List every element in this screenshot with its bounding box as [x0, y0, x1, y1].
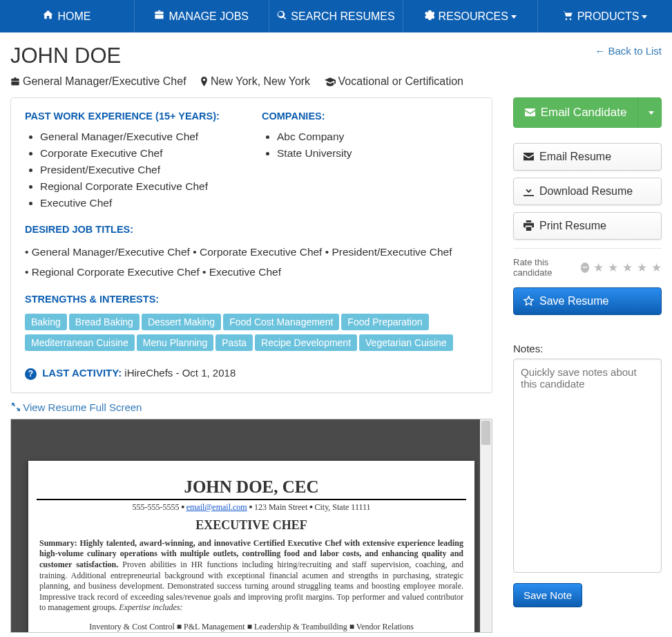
search-icon: [277, 10, 287, 20]
candidate-title: General Manager/Executive Chef: [10, 75, 186, 88]
star-outline-icon: [524, 296, 534, 306]
pwe-item: Corporate Executive Chef: [40, 145, 241, 162]
save-resume-button[interactable]: Save Resume: [513, 287, 662, 315]
nav-manage-jobs[interactable]: MANAGE JOBS: [135, 0, 269, 32]
nav-resources[interactable]: RESOURCES: [403, 0, 538, 32]
nav-home[interactable]: HOME: [0, 0, 135, 32]
company-item: Abc Company: [277, 129, 478, 145]
cart-icon: [563, 10, 573, 20]
doc-expertise: Inventory & Cost Control ■ P&L Managemen…: [37, 620, 466, 633]
doc-name: JOHN DOE, CEC: [37, 477, 466, 497]
email-candidate-dropdown[interactable]: [637, 98, 661, 127]
pwe-heading: PAST WORK EXPERIENCE (15+ YEARS):: [25, 111, 241, 122]
candidate-location: New York, New York: [200, 75, 310, 88]
tag[interactable]: Mediterranean Cuisine: [25, 334, 135, 351]
doc-contact: 555-555-5555■email@email.com■123 Main St…: [37, 502, 466, 513]
email-resume-button[interactable]: Email Resume: [513, 143, 662, 171]
print-icon: [524, 220, 534, 231]
tag[interactable]: Recipe Development: [255, 334, 357, 351]
rate-candidate: Rate this candidate − ★★★★★: [513, 257, 662, 278]
tags-container: BakingBread BakingDessert MakingFood Cos…: [25, 312, 478, 353]
doc-summary: Summary: Highly talented, award-winning,…: [37, 538, 466, 614]
envelope-icon: [524, 151, 534, 162]
nav-products[interactable]: PRODUCTS: [538, 0, 672, 32]
main-navbar: HOME MANAGE JOBS SEARCH RESUMES RESOURCE…: [0, 0, 672, 32]
tag[interactable]: Food Cost Management: [223, 314, 339, 330]
tag[interactable]: Vegetarian Cuisine: [359, 334, 453, 351]
nav-search-resumes[interactable]: SEARCH RESUMES: [269, 0, 404, 32]
grad-cap-icon: [325, 77, 336, 86]
companies-heading: COMPANIES:: [262, 111, 478, 122]
caret-icon: [642, 15, 647, 19]
star-5[interactable]: ★: [651, 260, 662, 275]
briefcase-icon: [10, 77, 20, 86]
tag[interactable]: Food Preparation: [341, 314, 428, 330]
save-note-button[interactable]: Save Note: [513, 583, 582, 607]
print-resume-button[interactable]: Print Resume: [513, 212, 662, 240]
rate-label: Rate this candidate: [513, 257, 577, 278]
candidate-education: Vocational or Certification: [325, 75, 463, 88]
expand-icon: [12, 403, 20, 411]
pwe-item: Regional Corporate Executive Chef: [40, 178, 241, 195]
pwe-item: Executive Chef: [40, 195, 241, 211]
star-3[interactable]: ★: [622, 260, 633, 275]
candidate-meta: General Manager/Executive Chef New York,…: [10, 75, 662, 88]
tag[interactable]: Pasta: [215, 334, 253, 351]
company-item: State University: [277, 145, 478, 162]
pwe-item: President/Executive Chef: [40, 162, 241, 178]
pwe-list: General Manager/Executive ChefCorporate …: [25, 129, 241, 211]
tag[interactable]: Bread Baking: [69, 314, 140, 330]
help-icon[interactable]: ?: [25, 368, 37, 380]
profile-panel: PAST WORK EXPERIENCE (15+ YEARS): Genera…: [10, 97, 492, 393]
download-icon: [524, 186, 534, 196]
last-activity: ? LAST ACTIVITY: iHireChefs - Oct 1, 201…: [25, 367, 478, 380]
envelope-icon: [525, 107, 535, 117]
gear-icon: [425, 10, 434, 20]
strengths-heading: STRENGTHS & INTERESTS:: [25, 294, 478, 305]
home-icon: [43, 10, 53, 20]
notes-textarea[interactable]: [513, 359, 662, 573]
doc-email-link[interactable]: email@email.com: [186, 502, 247, 512]
resume-viewer: JOHN DOE, CEC 555-555-5555■email@email.c…: [10, 419, 492, 633]
desired-heading: DESIRED JOB TITLES:: [25, 224, 478, 235]
notes-label: Notes:: [513, 343, 662, 354]
email-candidate-button[interactable]: Email Candidate: [513, 97, 662, 128]
candidate-name-heading: JOHN DOE: [10, 44, 662, 68]
resume-page: JOHN DOE, CEC 555-555-5555■email@email.c…: [28, 461, 474, 633]
star-4[interactable]: ★: [637, 260, 647, 275]
star-2[interactable]: ★: [608, 260, 618, 275]
pwe-item: General Manager/Executive Chef: [40, 129, 241, 145]
pin-icon: [200, 77, 208, 86]
tag[interactable]: Dessert Making: [142, 314, 221, 330]
caret-icon: [511, 15, 517, 19]
doc-title: EXECUTIVE CHEF: [37, 518, 466, 533]
download-resume-button[interactable]: Download Resume: [513, 178, 662, 205]
viewer-scrollbar[interactable]: [480, 419, 492, 632]
briefcase-icon: [154, 10, 164, 20]
back-to-list-link[interactable]: ← Back to List: [595, 45, 662, 57]
clear-rating-icon[interactable]: −: [581, 263, 589, 273]
tag[interactable]: Menu Planning: [137, 334, 213, 351]
star-1[interactable]: ★: [593, 260, 604, 275]
view-full-screen-link[interactable]: View Resume Full Screen: [12, 401, 142, 413]
tag[interactable]: Baking: [25, 314, 67, 330]
companies-list: Abc CompanyState University: [262, 129, 478, 162]
desired-titles: • General Manager/Executive Chef • Corpo…: [25, 242, 478, 283]
